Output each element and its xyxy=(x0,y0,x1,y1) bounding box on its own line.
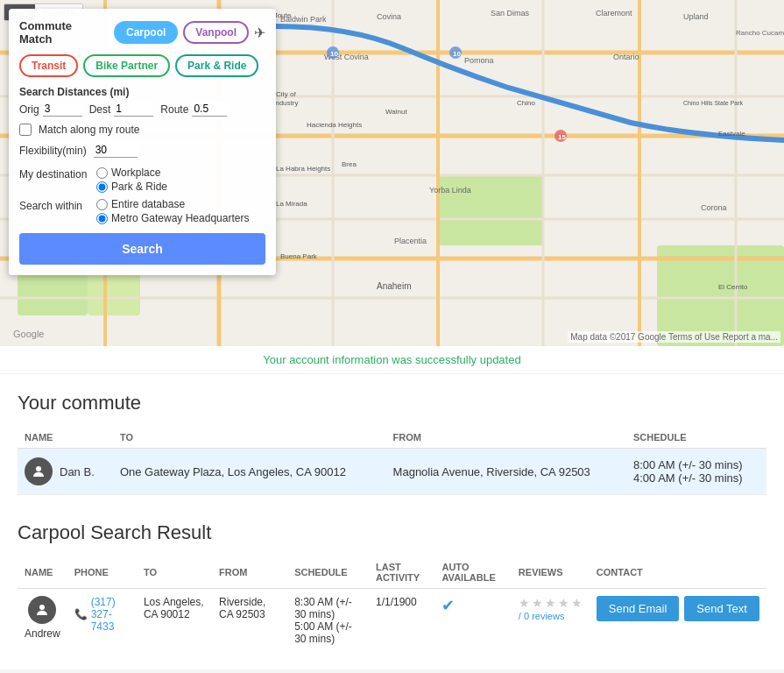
svg-text:Eastvale: Eastvale xyxy=(718,130,745,138)
route-field: Route xyxy=(160,102,227,117)
svg-point-52 xyxy=(36,466,41,471)
entire-db-option[interactable]: Entire database xyxy=(96,198,249,210)
star-1: ★ xyxy=(519,596,530,610)
svg-text:10: 10 xyxy=(453,50,461,58)
result-person-name: Andrew xyxy=(25,627,60,640)
transit-button[interactable]: Transit xyxy=(19,54,78,77)
workplace-option[interactable]: Workplace xyxy=(96,166,167,179)
send-text-button[interactable]: Send Text xyxy=(684,596,759,621)
svg-text:Placentia: Placentia xyxy=(394,237,427,245)
carpool-button[interactable]: Carpool xyxy=(114,21,178,44)
dest-label: Dest xyxy=(89,103,111,116)
result-col-reviews: REVIEWS xyxy=(512,556,590,589)
result-from-cell: Riverside, CA 92503 xyxy=(212,589,287,653)
svg-text:Claremont: Claremont xyxy=(596,9,632,18)
orig-label: Orig xyxy=(19,103,39,116)
search-within-row: Search within Entire database Metro Gate… xyxy=(19,198,265,224)
parkride-radio[interactable] xyxy=(96,181,108,193)
star-2: ★ xyxy=(532,596,543,610)
search-panel: Commute Match Carpool Vanpool ✈ Transit … xyxy=(9,9,276,275)
contact-buttons: Send Email Send Text xyxy=(597,596,759,621)
commute-from-cell: Magnolia Avenue, Riverside, CA 92503 xyxy=(386,449,626,495)
result-header-row: NAME PHONE TO FROM SCHEDULE LAST ACTIVIT… xyxy=(18,556,766,589)
svg-text:La Mirada: La Mirada xyxy=(276,200,307,208)
phone-icon: 📞 xyxy=(74,608,88,620)
flexibility-row: Flexibility(min) xyxy=(19,143,265,158)
svg-text:Pomona: Pomona xyxy=(464,56,494,65)
park-ride-button[interactable]: Park & Ride xyxy=(175,54,258,77)
svg-text:Anaheim: Anaheim xyxy=(377,281,411,291)
result-table: NAME PHONE TO FROM SCHEDULE LAST ACTIVIT… xyxy=(18,556,766,652)
flexibility-input[interactable] xyxy=(94,143,138,158)
commute-to-cell: One Gateway Plaza, Los Angeles, CA 90012 xyxy=(113,449,386,495)
svg-text:Hacienda Heights: Hacienda Heights xyxy=(307,121,362,129)
svg-text:La Habra Heights: La Habra Heights xyxy=(276,165,330,173)
commute-table: NAME TO FROM SCHEDULE Dan B. xyxy=(18,427,766,495)
vanpool-button[interactable]: Vanpool xyxy=(183,21,249,44)
svg-text:Buena Park: Buena Park xyxy=(280,252,318,260)
svg-text:San Dimas: San Dimas xyxy=(491,9,530,18)
search-within-label: Search within xyxy=(19,198,89,212)
svg-text:Google: Google xyxy=(13,329,44,339)
search-button[interactable]: Search xyxy=(19,233,265,265)
metro-gateway-option[interactable]: Metro Gateway Headquarters xyxy=(96,212,249,224)
status-bar: Your account information was successfull… xyxy=(0,346,784,374)
match-route-checkbox[interactable] xyxy=(19,124,32,136)
result-schedule-cell: 8:30 AM (+/- 30 mins) 5:00 AM (+/- 30 mi… xyxy=(287,589,369,653)
svg-text:Chino: Chino xyxy=(517,99,535,107)
workplace-radio[interactable] xyxy=(96,167,108,179)
svg-text:Rancho Cucamonga: Rancho Cucamonga xyxy=(736,29,784,37)
my-destination-label: My destination xyxy=(19,166,89,181)
stars-container: ★ ★ ★ ★ ★ xyxy=(519,596,583,610)
result-col-name: NAME xyxy=(18,556,67,589)
search-within-radio-group: Entire database Metro Gateway Headquarte… xyxy=(96,198,249,224)
airplane-button[interactable]: ✈ xyxy=(254,25,265,41)
main-content: Your commute NAME TO FROM SCHEDULE xyxy=(0,374,784,669)
svg-text:15: 15 xyxy=(558,133,566,141)
commute-match-label: Commute Match xyxy=(19,19,105,46)
map-container: Baldwin Park Covina San Dimas Claremont … xyxy=(0,0,784,346)
reviews-link[interactable]: / 0 reviews xyxy=(519,611,565,621)
commute-header-row: NAME TO FROM SCHEDULE xyxy=(18,427,766,449)
match-route-row: Match along my route xyxy=(19,124,265,136)
svg-text:City of: City of xyxy=(276,90,296,98)
distances-row: Orig Dest Route xyxy=(19,102,265,117)
result-col-activity: LAST ACTIVITY xyxy=(369,556,435,589)
commute-col-name: NAME xyxy=(18,427,113,449)
result-table-header: NAME PHONE TO FROM SCHEDULE LAST ACTIVIT… xyxy=(18,556,766,589)
result-col-to: TO xyxy=(137,556,212,589)
svg-text:Covina: Covina xyxy=(377,12,401,21)
svg-text:Upland: Upland xyxy=(683,12,709,21)
status-message: Your account information was successfull… xyxy=(263,353,520,366)
park-ride-option[interactable]: Park & Ride xyxy=(96,181,167,193)
commute-person-name: Dan B. xyxy=(60,465,95,478)
metro-gateway-radio[interactable] xyxy=(96,213,108,224)
distances-label: Search Distances (mi) xyxy=(19,86,265,98)
bike-partner-button[interactable]: Bike Partner xyxy=(83,54,170,77)
result-activity-cell: 1/1/1900 xyxy=(369,589,435,653)
commute-schedule-cell: 8:00 AM (+/- 30 mins) 4:00 AM (+/- 30 mi… xyxy=(626,449,766,495)
avatar xyxy=(28,596,56,624)
commute-col-from: FROM xyxy=(386,427,626,449)
result-auto-cell: ✔ xyxy=(434,589,511,653)
result-col-from: FROM xyxy=(212,556,287,589)
star-3: ★ xyxy=(545,596,556,610)
svg-text:Brea: Brea xyxy=(342,160,357,168)
route-input[interactable] xyxy=(192,102,227,117)
dest-input[interactable] xyxy=(114,102,153,117)
send-email-button[interactable]: Send Email xyxy=(597,596,679,621)
star-5: ★ xyxy=(571,596,583,610)
route-label: Route xyxy=(160,103,188,116)
star-4: ★ xyxy=(558,596,569,610)
phone-number: (317) 327-7433 xyxy=(91,596,130,633)
result-table-body: Andrew 📞 (317) 327-7433 Los Angeles, CA … xyxy=(18,589,766,653)
auto-available-icon: ✔ xyxy=(441,597,455,614)
transport-row: Transit Bike Partner Park & Ride xyxy=(19,54,265,77)
svg-text:Corona: Corona xyxy=(701,203,727,212)
svg-text:Walnut: Walnut xyxy=(385,108,407,116)
orig-input[interactable] xyxy=(43,102,82,117)
entire-db-radio[interactable] xyxy=(96,199,108,210)
result-to-cell: Los Angeles, CA 90012 xyxy=(137,589,212,653)
svg-text:El Cerrito: El Cerrito xyxy=(718,283,748,291)
svg-point-53 xyxy=(39,605,45,610)
